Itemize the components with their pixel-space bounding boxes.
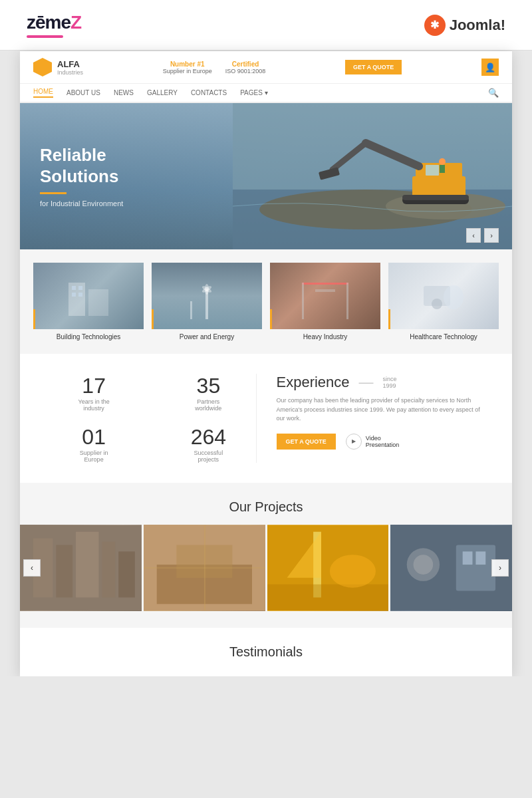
certified-label: Certified: [225, 61, 266, 68]
industry-grid: Building Technologies Power and Energy: [33, 263, 499, 340]
svg-rect-6: [426, 165, 439, 176]
projects-title: Our Projects: [20, 499, 512, 515]
nav-home[interactable]: HOME: [33, 88, 53, 98]
projects-next-arrow[interactable]: ›: [491, 559, 509, 577]
projects-grid: [20, 525, 512, 611]
nav-contacts[interactable]: CONTACTS: [191, 89, 227, 96]
nav-gallery[interactable]: GALLERY: [147, 89, 178, 96]
svg-rect-45: [267, 585, 389, 611]
certified-value: ISO 9001:2008: [225, 68, 266, 74]
stats-actions: GET A QUOTE ▶ VideoPresentation: [277, 434, 486, 450]
svg-rect-28: [346, 283, 348, 319]
nav-pages[interactable]: PAGES ▾: [240, 89, 268, 96]
svg-rect-17: [78, 286, 82, 290]
industry-building[interactable]: Building Technologies: [33, 263, 144, 340]
joomla-text: Joomla!: [450, 17, 505, 34]
site-name: ALFA: [57, 59, 83, 69]
svg-rect-25: [302, 283, 348, 285]
supplier-label: Number #1: [163, 61, 212, 68]
heavy-industry-image: [270, 263, 380, 329]
project-image-3[interactable]: [267, 525, 389, 611]
svg-point-49: [414, 555, 434, 575]
video-label: VideoPresentation: [366, 435, 400, 448]
zemes-underline: [27, 35, 63, 38]
site-logo: ALFA Industries: [33, 58, 83, 76]
building-tech-label: Building Technologies: [33, 333, 144, 340]
site-frame: ALFA Industries Number #1 Supplier in Eu…: [20, 51, 512, 676]
svg-rect-51: [463, 551, 473, 565]
experience-block: Experience — since1999 Our company has b…: [256, 374, 486, 463]
stat-projects: 264 Successfulprojects: [161, 425, 255, 463]
zemes-logo: zēmeZ: [27, 12, 81, 33]
hero-divider: [40, 192, 66, 194]
supplier-value: Supplier in Europe: [163, 68, 212, 74]
joomla-logo: ✱ Joomla!: [424, 15, 505, 36]
alfa-logo-icon: [33, 58, 52, 76]
header-info: Number #1 Supplier in Europe Certified I…: [163, 61, 266, 74]
stat-years-label: Years in theindustry: [47, 398, 141, 412]
healthcare-tech-label: Healthcare Technology: [388, 333, 499, 340]
video-presentation-button[interactable]: ▶ VideoPresentation: [346, 434, 400, 450]
svg-rect-34: [56, 545, 72, 597]
stat-projects-label: Successfulprojects: [161, 450, 255, 463]
power-energy-image: [152, 263, 262, 329]
stat-partners-label: Partnersworldwide: [161, 398, 255, 412]
stat-projects-number: 264: [161, 425, 255, 450]
stat-supplier-label: Supplier inEurope: [47, 450, 141, 463]
hero-title: ReliableSolutions: [40, 145, 123, 186]
header-quote-button[interactable]: GET A QUOTE: [345, 60, 402, 74]
project-image-2[interactable]: [144, 525, 265, 611]
excavator-svg: [233, 103, 512, 249]
header-info-certified: Certified ISO 9001:2008: [225, 61, 266, 74]
zemes-logo-container: zēmeZ: [27, 12, 81, 38]
stats-grid: 17 Years in theindustry 35 Partnersworld…: [47, 374, 256, 463]
industry-power[interactable]: Power and Energy: [152, 263, 262, 340]
hero-prev-arrow[interactable]: ‹: [466, 228, 481, 243]
projects-prev-arrow[interactable]: ‹: [23, 559, 41, 577]
hero-arrows: ‹ ›: [466, 228, 499, 243]
svg-rect-36: [102, 541, 115, 597]
stat-supplier: 01 Supplier inEurope: [47, 425, 141, 463]
stat-years-number: 17: [47, 374, 141, 398]
svg-rect-11: [402, 195, 469, 200]
testimonials-section: Testimonials: [20, 628, 512, 676]
svg-point-30: [444, 285, 464, 309]
svg-rect-13: [440, 165, 445, 173]
svg-rect-16: [72, 286, 76, 290]
nav-news[interactable]: NEWS: [114, 89, 134, 96]
svg-rect-14: [68, 283, 85, 316]
projects-section: Our Projects ‹: [20, 483, 512, 628]
header-info-supplier: Number #1 Supplier in Europe: [163, 61, 212, 74]
user-icon: 👤: [481, 59, 499, 76]
top-branding-bar: zēmeZ ✱ Joomla!: [0, 0, 532, 51]
svg-point-31: [432, 299, 442, 309]
svg-rect-35: [76, 532, 99, 598]
stat-years: 17 Years in theindustry: [47, 374, 141, 412]
hero-subtitle: for Industrial Environment: [40, 200, 123, 207]
svg-rect-19: [78, 293, 82, 297]
industry-heavy[interactable]: Heavy Industry: [270, 263, 380, 340]
hero-next-arrow[interactable]: ›: [484, 228, 499, 243]
site-logo-text-container: ALFA Industries: [57, 59, 83, 76]
heavy-industry-label: Heavy Industry: [270, 333, 380, 340]
testimonials-title: Testimonials: [37, 644, 495, 660]
play-icon: ▶: [346, 434, 362, 450]
hero-content: ReliableSolutions for Industrial Environ…: [20, 125, 143, 227]
site-sub: Industries: [57, 69, 83, 76]
svg-rect-18: [72, 293, 76, 297]
industry-healthcare[interactable]: Healthcare Technology: [388, 263, 499, 340]
experience-since: since1999: [383, 376, 397, 389]
svg-rect-15: [88, 289, 108, 316]
svg-point-46: [329, 555, 375, 587]
hero-section: ReliableSolutions for Industrial Environ…: [20, 103, 512, 249]
search-icon[interactable]: 🔍: [488, 88, 499, 98]
svg-rect-52: [476, 551, 486, 565]
stat-partners: 35 Partnersworldwide: [161, 374, 255, 412]
stats-quote-button[interactable]: GET A QUOTE: [277, 434, 336, 450]
stat-partners-number: 35: [161, 374, 255, 398]
experience-word: Experience: [277, 374, 350, 391]
site-header: ALFA Industries Number #1 Supplier in Eu…: [20, 51, 512, 84]
industry-section: Building Technologies Power and Energy: [20, 249, 512, 354]
svg-rect-37: [118, 551, 135, 597]
nav-about[interactable]: ABOUT US: [66, 89, 100, 96]
